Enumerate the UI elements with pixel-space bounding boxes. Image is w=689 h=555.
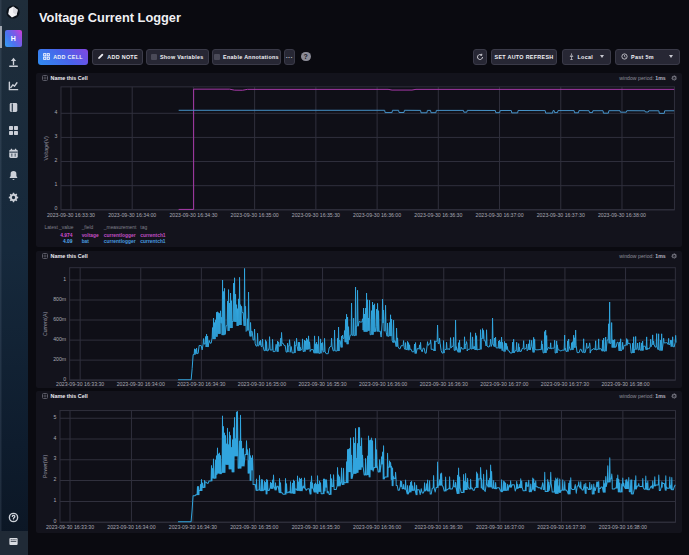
svg-text:200m: 200m [53, 355, 66, 361]
svg-text:2023-09-30 16:34:30: 2023-09-30 16:34:30 [169, 524, 217, 530]
svg-text:currentch1: currentch1 [140, 232, 165, 237]
svg-text:_field: _field [81, 224, 94, 229]
svg-text:2023-09-30 16:34:00: 2023-09-30 16:34:00 [117, 381, 165, 387]
svg-text:800m: 800m [53, 295, 66, 301]
svg-text:bat: bat [82, 239, 90, 244]
svg-text:2023-09-30 16:35:30: 2023-09-30 16:35:30 [298, 381, 346, 387]
svg-text:1: 1 [63, 275, 66, 281]
svg-text:2023-09-30 16:38:00: 2023-09-30 16:38:00 [601, 381, 649, 387]
svg-text:2023-09-30 16:36:30: 2023-09-30 16:36:30 [420, 381, 468, 387]
svg-text:2023-09-30 16:37:30: 2023-09-30 16:37:30 [541, 381, 589, 387]
svg-text:3: 3 [55, 133, 58, 139]
svg-text:Latest _value: Latest _value [44, 224, 73, 229]
svg-text:Power(W): Power(W) [42, 454, 48, 477]
svg-text:2023-09-30 16:37:00: 2023-09-30 16:37:00 [476, 212, 524, 218]
svg-text:2023-09-30 16:35:00: 2023-09-30 16:35:00 [230, 524, 278, 530]
svg-text:4: 4 [54, 434, 57, 440]
svg-text:2023-09-30 16:33:30: 2023-09-30 16:33:30 [46, 524, 94, 530]
svg-text:0: 0 [54, 518, 57, 524]
svg-text:2023-09-30 16:36:00: 2023-09-30 16:36:00 [359, 381, 407, 387]
svg-text:2023-09-30 16:37:30: 2023-09-30 16:37:30 [537, 524, 585, 530]
svg-text:2023-09-30 16:37:00: 2023-09-30 16:37:00 [480, 381, 528, 387]
svg-text:2023-09-30 16:37:00: 2023-09-30 16:37:00 [476, 524, 524, 530]
svg-text:2023-09-30 16:36:00: 2023-09-30 16:36:00 [353, 524, 401, 530]
svg-text:2023-09-30 16:37:30: 2023-09-30 16:37:30 [537, 212, 585, 218]
svg-text:1: 1 [54, 497, 57, 503]
svg-text:2023-09-30 16:34:00: 2023-09-30 16:34:00 [108, 212, 156, 218]
svg-text:currentlogger: currentlogger [104, 239, 136, 244]
svg-text:2023-09-30 16:35:30: 2023-09-30 16:35:30 [292, 524, 340, 530]
svg-text:600m: 600m [53, 315, 66, 321]
svg-text:2: 2 [55, 157, 58, 163]
svg-text:5: 5 [54, 414, 57, 420]
svg-text:2023-09-30 16:34:30: 2023-09-30 16:34:30 [169, 212, 217, 218]
svg-text:currentch1: currentch1 [140, 239, 165, 244]
svg-text:2023-09-30 16:38:00: 2023-09-30 16:38:00 [598, 212, 646, 218]
svg-text:Voltage(V): Voltage(V) [43, 136, 49, 160]
svg-text:2: 2 [54, 476, 57, 482]
svg-text:voltage: voltage [82, 232, 99, 237]
svg-text:0: 0 [55, 205, 58, 211]
svg-text:_measurement: _measurement [103, 224, 137, 229]
svg-text:4.974: 4.974 [60, 232, 72, 237]
svg-text:2023-09-30 16:38:00: 2023-09-30 16:38:00 [599, 524, 647, 530]
svg-text:4.09: 4.09 [63, 239, 73, 244]
svg-text:Current(A): Current(A) [42, 311, 48, 335]
svg-text:2023-09-30 16:34:30: 2023-09-30 16:34:30 [177, 381, 225, 387]
svg-text:3: 3 [54, 455, 57, 461]
svg-text:1: 1 [55, 181, 58, 187]
svg-text:4: 4 [55, 108, 58, 114]
svg-text:2023-09-30 16:33:30: 2023-09-30 16:33:30 [47, 212, 95, 218]
svg-text:400m: 400m [53, 335, 66, 341]
svg-text:2023-09-30 16:35:30: 2023-09-30 16:35:30 [292, 212, 340, 218]
svg-text:2023-09-30 16:34:00: 2023-09-30 16:34:00 [107, 524, 155, 530]
svg-text:2023-09-30 16:35:00: 2023-09-30 16:35:00 [231, 212, 279, 218]
svg-text:2023-09-30 16:36:00: 2023-09-30 16:36:00 [353, 212, 401, 218]
svg-text:2023-09-30 16:36:30: 2023-09-30 16:36:30 [415, 524, 463, 530]
svg-text:currentlogger: currentlogger [104, 232, 136, 237]
svg-text:tag: tag [140, 224, 147, 229]
svg-text:2023-09-30 16:35:00: 2023-09-30 16:35:00 [238, 381, 286, 387]
svg-text:2023-09-30 16:33:30: 2023-09-30 16:33:30 [56, 381, 104, 387]
svg-text:2023-09-30 16:36:30: 2023-09-30 16:36:30 [414, 212, 462, 218]
